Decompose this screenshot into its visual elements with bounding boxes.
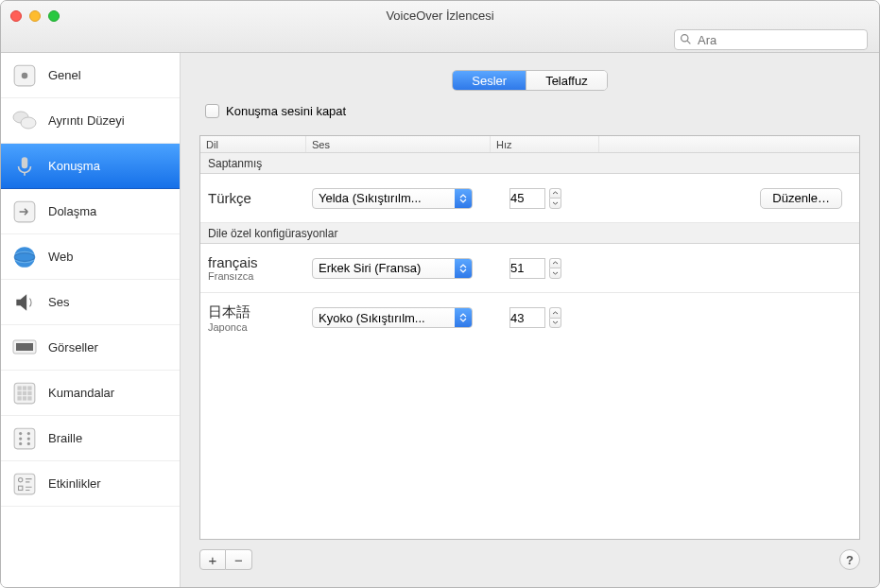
zoom-window-button[interactable] [48,10,60,22]
sidebar-item-label: Dolaşma [48,204,96,218]
language-translated: Fransızca [208,270,306,282]
body-area: Genel Ayrıntı Düzeyi Konuşma Dolaşma [1,53,879,587]
column-header-rate[interactable]: Hız [491,136,599,152]
stepper-down-button[interactable] [549,198,561,209]
segmented-control: Sesler Telaffuz [452,70,607,91]
footer-bar: + − ? [199,540,860,570]
column-header-language[interactable]: Dil [200,136,306,152]
column-header-voice[interactable]: Ses [306,136,491,152]
sidebar-item-label: Web [48,250,74,264]
rate-input[interactable]: 43 [509,307,545,328]
rate-stepper [549,307,561,328]
sidebar-item-braille[interactable]: Braille [1,416,180,461]
window-root: VoiceOver İzlencesi Genel Ayrıntı Düzeyi [0,0,880,588]
voice-popup-label: Kyoko (Sıkıştırılm... [313,311,455,325]
rate-input[interactable]: 45 [509,188,545,209]
remove-button[interactable]: − [226,549,252,570]
voice-popup-label: Yelda (Sıkıştırılm... [313,191,455,205]
svg-rect-30 [14,474,35,494]
voices-table: Dil Ses Hız Saptanmış Türkçe Yelda (Sıkı… [199,135,860,540]
table-row-default[interactable]: Türkçe Yelda (Sıkıştırılm... [200,174,859,223]
add-button[interactable]: + [199,549,226,570]
help-button[interactable]: ? [839,549,860,570]
voice-popup[interactable]: Erkek Siri (Fransa) [312,258,473,279]
sidebar-item-label: Konuşma [48,159,100,173]
braille-icon [10,424,39,453]
close-window-button[interactable] [10,10,22,22]
language-native: français [208,254,306,270]
sidebar-item-web[interactable]: Web [1,234,180,280]
svg-rect-20 [17,396,21,400]
stepper-down-button[interactable] [549,268,561,279]
tab-pronunciation[interactable]: Telaffuz [526,71,607,90]
language-cell: Türkçe [200,190,306,206]
sidebar-item-label: Ses [48,295,69,309]
chevron-updown-icon [455,308,472,327]
window-title: VoiceOver İzlencesi [386,9,493,23]
stepper-up-button[interactable] [549,258,561,268]
svg-point-24 [19,431,22,434]
table-header: Dil Ses Hız [200,136,859,153]
table-row[interactable]: français Fransızca Erkek Siri (Fransa) [200,244,859,293]
svg-point-29 [27,441,30,444]
sidebar-item-activities[interactable]: Etkinlikler [1,461,180,507]
voice-popup[interactable]: Kyoko (Sıkıştırılm... [312,307,473,328]
svg-point-9 [14,247,35,268]
sidebar-item-navigation[interactable]: Dolaşma [1,189,180,234]
sidebar-item-speech[interactable]: Konuşma [1,144,180,189]
svg-point-3 [22,72,28,78]
rate-spinbox: 51 [509,258,566,279]
svg-rect-16 [27,386,31,389]
display-icon [10,334,39,362]
rate-stepper [549,188,561,209]
mute-speech-checkbox[interactable] [205,104,219,118]
svg-rect-23 [14,428,35,449]
svg-rect-21 [23,396,26,400]
speaker-icon [10,288,39,317]
language-cell: 日本語 Japonca [200,303,306,333]
sidebar-item-visuals[interactable]: Görseller [1,325,180,371]
svg-point-28 [27,437,30,440]
rate-input[interactable]: 51 [509,258,545,279]
sidebar-item-label: Braille [48,431,82,445]
stepper-up-button[interactable] [549,188,561,199]
section-default: Saptanmış [200,153,859,174]
svg-rect-14 [17,386,21,389]
stepper-down-button[interactable] [549,318,561,329]
rate-cell: 45 [491,188,599,209]
microphone-icon [10,152,39,181]
table-row[interactable]: 日本語 Japonca Kyoko (Sıkıştırılm... [200,293,859,342]
add-remove-group: + − [199,549,252,570]
tab-bar: Sesler Telaffuz [199,70,860,91]
svg-point-5 [21,117,36,129]
gear-icon [10,61,39,90]
minimize-window-button[interactable] [29,10,41,22]
sidebar-item-label: Genel [48,68,81,82]
column-header-action [599,136,859,152]
voice-cell: Kyoko (Sıkıştırılm... [306,307,491,328]
chat-bubble-icon [10,107,39,135]
rate-cell: 51 [491,258,599,279]
chevron-updown-icon [455,189,472,208]
language-name: Türkçe [208,190,306,206]
sidebar: Genel Ayrıntı Düzeyi Konuşma Dolaşma [1,53,181,587]
voice-popup-label: Erkek Siri (Fransa) [313,261,455,275]
traffic-lights [10,10,60,22]
rate-spinbox: 45 [509,188,566,209]
voice-popup[interactable]: Yelda (Sıkıştırılm... [312,188,473,209]
sidebar-item-general[interactable]: Genel [1,53,180,98]
svg-point-0 [682,35,688,42]
svg-rect-19 [27,390,31,394]
table-body: Saptanmış Türkçe Yelda (Sıkıştırılm... [200,153,859,539]
search-input[interactable] [674,29,868,50]
sidebar-item-commanders[interactable]: Kumandalar [1,371,180,416]
stepper-up-button[interactable] [549,307,561,318]
language-cell: français Fransızca [200,254,306,282]
section-lang-specific: Dile özel konfigürasyonlar [200,223,859,244]
search-field-wrap [674,29,868,50]
sidebar-item-verbosity[interactable]: Ayrıntı Düzeyi [1,98,180,144]
svg-rect-6 [22,157,28,168]
sidebar-item-sound[interactable]: Ses [1,280,180,325]
tab-voices[interactable]: Sesler [453,71,526,90]
edit-button[interactable]: Düzenle… [760,188,842,209]
